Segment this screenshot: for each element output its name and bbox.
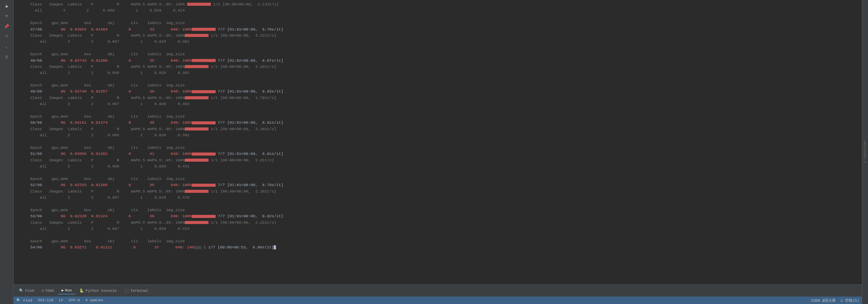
arrow-down-icon[interactable]: ▼ (2, 12, 12, 21)
right-sidebar: Z Favorites (862, 0, 868, 304)
tab-terminal[interactable]: ⬛Terminal (121, 287, 152, 294)
tab-python-console[interactable]: 🐍Python Console (76, 287, 120, 294)
main-area: Class Images Labels P R mAP0.5 mAP0.5:.9… (14, 0, 862, 304)
status-position: 333:118 (38, 298, 53, 302)
tab-find[interactable]: 🔍Find (16, 287, 37, 294)
arrow-up-icon[interactable]: ▲ (2, 1, 12, 11)
bottom-tabs-bar: 🔍Find☑TODO▶Run🐍Python Console⬛Terminal (14, 284, 862, 297)
status-indent: 4 spaces (85, 298, 103, 302)
status-git: CSDN @花火夜 (811, 298, 836, 303)
left-sidebar: ▲ ▼ 📌 ≡ ↖ 🗑 (0, 0, 14, 304)
status-position-right: 1 空格(5) (841, 298, 859, 303)
list-icon[interactable]: ≡ (2, 32, 12, 41)
favorites-label: Z Favorites (863, 141, 867, 163)
terminal-output[interactable]: Class Images Labels P R mAP0.5 mAP0.5:.9… (14, 0, 862, 284)
status-bar: 🔍 Find 333:118 LF UTF-8 4 spaces CSDN @花… (14, 297, 862, 304)
tab-run[interactable]: ▶Run (58, 287, 75, 295)
trash-icon[interactable]: 🗑 (2, 52, 12, 62)
find-icon: 🔍 Find (16, 298, 32, 303)
status-encoding: UTF-8 (68, 298, 80, 302)
tab-todo[interactable]: ☑TODO (38, 287, 57, 294)
pin-icon[interactable]: 📌 (2, 22, 12, 31)
status-line-ending: LF (59, 298, 63, 302)
cursor-icon[interactable]: ↖ (2, 42, 12, 52)
